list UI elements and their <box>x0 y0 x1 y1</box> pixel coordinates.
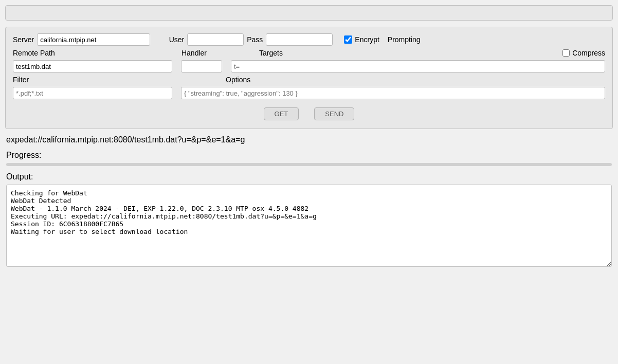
server-input[interactable] <box>37 33 150 46</box>
config-row-4-labels: Filter Options <box>13 76 605 84</box>
config-panel <box>5 5 613 21</box>
filter-input[interactable] <box>13 87 172 99</box>
config-row-5-inputs <box>13 87 605 99</box>
compress-group: Compress <box>562 49 605 57</box>
compress-checkbox[interactable] <box>562 49 570 57</box>
config-row-1: Server User Pass Encrypt Prompting <box>13 33 605 46</box>
get-button[interactable]: GET <box>264 107 299 120</box>
url-display: expedat://california.mtpip.net:8080/test… <box>6 135 612 144</box>
remote-path-input[interactable] <box>13 60 172 72</box>
filter-label: Filter <box>13 76 57 84</box>
user-label: User <box>153 35 184 44</box>
options-input[interactable] <box>181 87 605 99</box>
user-input[interactable] <box>187 33 244 46</box>
config-row-2-labels: Remote Path Handler Targets Compress <box>13 49 605 57</box>
progress-bar <box>6 163 612 166</box>
prompting-label: Prompting <box>388 35 421 44</box>
output-label: Output: <box>6 172 612 181</box>
targets-input[interactable] <box>231 60 605 72</box>
progress-label: Progress: <box>6 151 612 160</box>
handler-label: Handler <box>176 49 207 57</box>
handler-input[interactable] <box>181 60 222 72</box>
pass-input[interactable] <box>266 33 333 46</box>
server-label: Server <box>13 35 34 44</box>
options-label: Options <box>226 76 250 84</box>
progress-section: Progress: <box>6 151 612 166</box>
encrypt-group: Encrypt <box>344 35 379 44</box>
remote-path-label: Remote Path <box>13 49 57 57</box>
output-section: Output: <box>6 172 612 268</box>
config-row-3-inputs <box>13 60 605 72</box>
config-panel: Server User Pass Encrypt Prompting Remot… <box>5 27 613 129</box>
output-textarea[interactable] <box>6 185 612 267</box>
encrypt-checkbox[interactable] <box>344 35 352 44</box>
buttons-row: GET SEND <box>13 107 605 120</box>
send-button[interactable]: SEND <box>314 107 354 120</box>
config-grid: Server User Pass Encrypt Prompting Remot… <box>13 33 605 120</box>
pass-label: Pass <box>247 35 263 44</box>
targets-label: Targets <box>259 49 283 57</box>
compress-label[interactable]: Compress <box>572 49 605 57</box>
encrypt-label[interactable]: Encrypt <box>355 35 379 44</box>
